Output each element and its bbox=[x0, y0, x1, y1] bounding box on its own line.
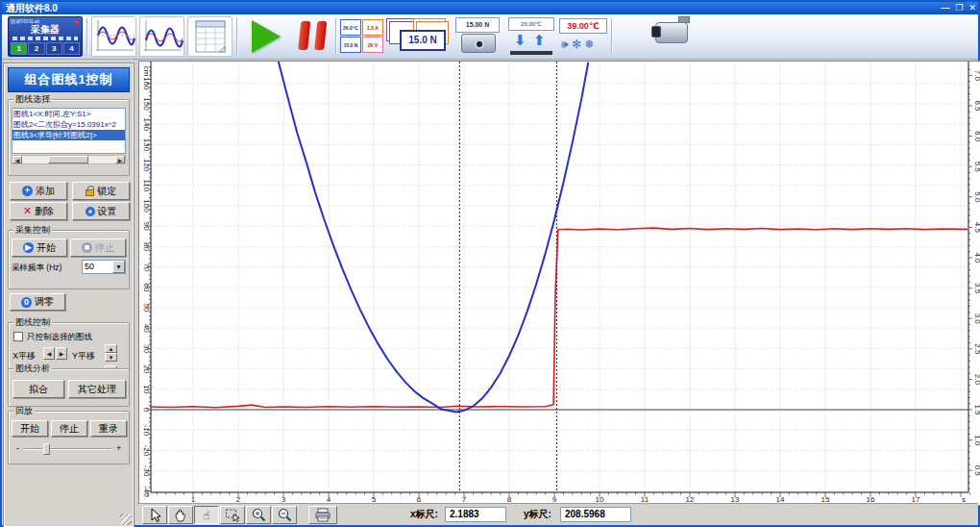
other-processing-button[interactable]: 其它处理 bbox=[68, 380, 126, 398]
svg-text:5.0: 5.0 bbox=[973, 191, 980, 203]
waveform-graph-button-2[interactable] bbox=[139, 16, 184, 57]
minimize-button[interactable]: — bbox=[941, 2, 949, 14]
cursor-arrow-icon bbox=[148, 508, 161, 522]
title-bar[interactable]: 通用软件8.0 — ❐ ✕ bbox=[2, 2, 978, 14]
scroll-track[interactable] bbox=[22, 156, 115, 163]
channel-tab-3[interactable]: 3 bbox=[46, 42, 62, 55]
x-pan-left-button[interactable]: ◀ bbox=[43, 347, 55, 360]
printer-icon bbox=[314, 508, 331, 522]
add-button[interactable]: + 添加 bbox=[10, 182, 67, 200]
close-button[interactable]: ✕ bbox=[968, 2, 976, 14]
calibrate-bar bbox=[510, 51, 552, 55]
graph-list[interactable]: 图线1<X:时间,左Y:S1> 图线2<二次拟合y=15.0391x^2 图线3… bbox=[12, 108, 126, 154]
svg-text:2.5: 2.5 bbox=[973, 343, 980, 355]
window-title: 通用软件8.0 bbox=[6, 3, 58, 13]
data-table-button[interactable] bbox=[187, 16, 233, 57]
cursor-lines[interactable] bbox=[459, 62, 556, 492]
chart-plot[interactable]: 1234567891011121314151617s-40-30-20-1001… bbox=[138, 61, 980, 506]
channel-tab-2[interactable]: 2 bbox=[28, 42, 44, 55]
device-name: 采集器 bbox=[11, 24, 80, 36]
playback-slider[interactable] bbox=[24, 442, 112, 456]
x-pan-right-button[interactable]: ▶ bbox=[56, 347, 67, 360]
list-item-selected[interactable]: 图线3<求导[针对图线2]> bbox=[12, 130, 125, 140]
snapshot-camera-button[interactable]: 15.00 N bbox=[453, 16, 503, 57]
pan-tool-button[interactable] bbox=[168, 506, 193, 524]
svg-text:5.5: 5.5 bbox=[973, 162, 980, 173]
meter-stack-button[interactable]: 15.0 N bbox=[386, 16, 450, 57]
svg-text:1.5: 1.5 bbox=[973, 404, 980, 415]
svg-text:160: 160 bbox=[142, 77, 151, 90]
svg-text:2.0: 2.0 bbox=[973, 374, 980, 386]
slider-track[interactable] bbox=[24, 448, 112, 450]
acq-start-button[interactable]: ▶ 开始 bbox=[12, 238, 67, 257]
camera-lens bbox=[475, 39, 484, 49]
rerecord-button[interactable]: 重录 bbox=[90, 420, 127, 437]
curve-red bbox=[150, 228, 968, 408]
group-legend: 图线选择 bbox=[13, 94, 52, 105]
zoom-out-tool-button[interactable] bbox=[272, 506, 297, 524]
playback-start-button[interactable]: 开始 bbox=[12, 420, 48, 437]
svg-text:0.5: 0.5 bbox=[973, 465, 980, 477]
lock-button[interactable]: 锁定 bbox=[72, 182, 130, 200]
svg-text:70: 70 bbox=[142, 263, 151, 271]
down-arrow-icon: ⬇ bbox=[514, 33, 527, 47]
fit-button[interactable]: 拟合 bbox=[12, 380, 64, 398]
calibrate-button[interactable]: 26.00℃ ⬇ ⬆ bbox=[508, 16, 556, 57]
svg-text:6.0: 6.0 bbox=[973, 131, 980, 142]
list-item[interactable]: 图线1<X:时间,左Y:S1> bbox=[12, 109, 125, 119]
print-button[interactable] bbox=[308, 506, 337, 524]
app-window: 通用软件8.0 — ❐ ✕ 朗威®DISLab 采集器 1 2 3 4 bbox=[0, 0, 980, 527]
scroll-left-arrow[interactable]: ◀ bbox=[12, 156, 22, 163]
svg-text:40: 40 bbox=[142, 324, 151, 333]
pointer-tool-button[interactable] bbox=[142, 506, 167, 524]
resize-grip[interactable] bbox=[120, 514, 132, 525]
data-collector-button[interactable]: 朗威®DISLab 采集器 1 2 3 4 bbox=[8, 16, 83, 57]
only-selected-checkbox[interactable] bbox=[13, 332, 23, 341]
play-icon: ▶ bbox=[23, 242, 34, 253]
svg-text:130: 130 bbox=[142, 138, 151, 152]
zoom-in-tool-button[interactable] bbox=[246, 506, 271, 524]
video-camera-button[interactable] bbox=[651, 16, 696, 57]
gridlines bbox=[151, 62, 968, 492]
zoom-in-icon bbox=[252, 508, 266, 522]
channel-tab-1[interactable]: 1 bbox=[11, 42, 27, 55]
axes bbox=[151, 62, 968, 492]
svg-text:140: 140 bbox=[142, 118, 151, 132]
acq-stop-button[interactable]: ■ 停止 bbox=[70, 238, 126, 257]
zoom-out-icon bbox=[278, 508, 292, 522]
meter-grid-icon: 26.0℃ 1.5 A 15.0 N 26 V bbox=[340, 16, 384, 53]
settings-button[interactable]: 设置 bbox=[72, 202, 130, 220]
delete-button[interactable]: ✕ 删除 bbox=[10, 202, 67, 220]
channel-tab-4[interactable]: 4 bbox=[63, 42, 80, 55]
calibrate-meter-value: 26.00℃ bbox=[508, 17, 554, 31]
gear-icon bbox=[86, 207, 95, 216]
device-leds bbox=[12, 37, 78, 40]
svg-text:-30: -30 bbox=[142, 465, 151, 477]
region-zoom-tool-button[interactable] bbox=[220, 506, 245, 524]
start-collection-button[interactable] bbox=[242, 16, 288, 57]
ambient-sensor-button[interactable]: 39.00℃ 🕪 ✻ ❅ bbox=[559, 16, 607, 57]
list-hscrollbar[interactable]: ◀ ▶ bbox=[12, 155, 126, 164]
playback-stop-button[interactable]: 停止 bbox=[51, 420, 87, 437]
scroll-thumb[interactable] bbox=[48, 156, 88, 163]
svg-text:120: 120 bbox=[142, 159, 151, 172]
maximize-button[interactable]: ❐ bbox=[955, 2, 963, 14]
meter-temp: 26.0℃ bbox=[340, 19, 361, 36]
rate-label: 采样频率 (Hz) bbox=[12, 263, 61, 274]
scroll-right-arrow[interactable]: ▶ bbox=[115, 156, 125, 163]
y-pan-spinner[interactable]: ▲▼ bbox=[105, 344, 117, 362]
select-tool-button[interactable]: ☝ bbox=[194, 506, 219, 524]
pause-collection-button[interactable] bbox=[292, 16, 332, 57]
chevron-down-icon[interactable]: ▼ bbox=[112, 261, 125, 273]
waveform-graph-button-1[interactable] bbox=[91, 16, 136, 57]
group-legend: 图线分析 bbox=[13, 364, 52, 374]
meter-display-button[interactable]: 26.0℃ 1.5 A 15.0 N 26 V bbox=[340, 16, 384, 57]
svg-text:60: 60 bbox=[142, 283, 151, 291]
zero-button[interactable]: 0 调零 bbox=[10, 293, 65, 311]
rate-select[interactable]: 50 ▼ bbox=[82, 260, 126, 274]
svg-text:0: 0 bbox=[142, 408, 151, 413]
chart-canvas[interactable]: 1234567891011121314151617s-40-30-20-1001… bbox=[139, 62, 980, 505]
meter-current: 1.5 A bbox=[362, 19, 383, 36]
slider-thumb[interactable] bbox=[43, 443, 50, 455]
list-item[interactable]: 图线2<二次拟合y=15.0391x^2 bbox=[12, 119, 125, 130]
